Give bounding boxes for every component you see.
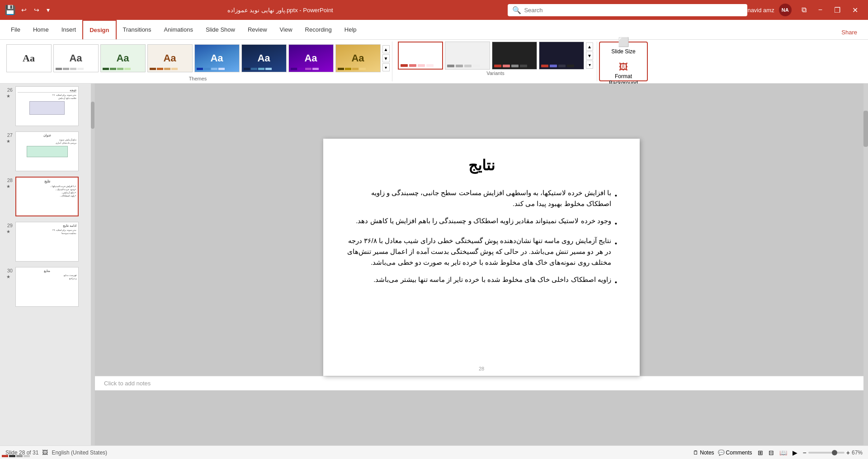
slide-img-26: نتیجه متن نمونه برای اسلاید ۲۶ خلاصه نتا… [15,86,79,126]
variants-scroll-expand[interactable]: ▾ [586,61,593,69]
slide-size-label: Slide Size [611,48,635,55]
zoom-slider-thumb [832,450,837,455]
zoom-slider[interactable] [808,452,844,454]
redo-button[interactable]: ↪ [31,5,42,14]
slide-img-30: منابع فهرست منابع و مراجع [15,267,79,307]
undo-button[interactable]: ↩ [19,5,29,14]
panel-scrollbar-thumb [91,102,94,129]
search-icon: 🔍 [512,6,521,14]
variants-group-label: Variants [486,70,505,76]
variant-1[interactable] [398,42,443,70]
customize-qat-button[interactable]: ▾ [44,5,52,14]
tab-insert[interactable]: Insert [55,20,83,39]
tab-recording[interactable]: Recording [299,20,338,39]
tab-animations[interactable]: Animations [158,20,199,39]
tab-design[interactable]: Design [82,20,116,39]
zoom-out-button[interactable]: − [803,449,807,456]
search-box[interactable]: 🔍 [508,4,747,16]
bullet-1: • با افزایش خرده لاستیکها، به واسطهی افز… [346,187,617,209]
slide-size-button[interactable]: ⬜ Slide Size [604,34,643,57]
variant-4[interactable] [539,42,584,70]
ribbon-tab-bar: File Home Insert Design Transitions Anim… [0,20,868,40]
search-input[interactable] [524,7,743,14]
theme-item-7[interactable]: Aa [288,44,334,72]
comments-icon: 💬 [718,450,725,456]
bullet-4: • زاویه اصطکاک داخلی خاک های مخلوط شده ب… [346,274,617,288]
normal-view-button[interactable]: ⊞ [756,448,765,457]
themes-scroll-up[interactable]: ▲ [382,45,390,53]
slide-thumbnail-28[interactable]: 28 ★ نتایج • با افزایش خرده لاستیکها... … [0,174,94,219]
theme-item-2[interactable]: Aa [53,44,99,72]
theme-item-5[interactable]: Aa [194,44,240,72]
theme-item-1[interactable]: Aa [6,44,52,72]
share-button[interactable]: Share [835,25,863,39]
slideshow-button[interactable]: ▶ [791,448,799,457]
slide-thumbnail-29[interactable]: 29 ★ ادامه نتایج متن نمونه برای اسلاید ۲… [0,219,94,264]
variants-group: ▲ ▼ ▾ Variants [394,42,597,81]
main-area: 26 ★ نتیجه متن نمونه برای اسلاید ۲۶ خلاص… [0,84,868,445]
variant-2[interactable] [445,42,490,70]
themes-group-label: Themes [189,76,207,81]
variant-3[interactable] [492,42,537,70]
slide-sorter-button[interactable]: ⊟ [767,448,776,457]
customize-buttons: ⬜ Slide Size 🖼 FormatBackground [604,34,643,89]
comments-label: Comments [726,450,752,456]
user-name: navid amz [747,7,774,14]
maximize-button[interactable]: ❐ [829,4,846,16]
themes-scroll-buttons: ▲ ▼ ▾ [382,45,390,71]
comments-button[interactable]: 💬 Comments [718,450,752,456]
titlebar-left: 💾 ↩ ↪ ▾ [5,5,52,15]
canvas-area[interactable]: نتایج • با افزایش خرده لاستیکها، به واسط… [95,84,868,445]
canvas-scrollbar[interactable] [863,84,868,445]
slide-panel: 26 ★ نتیجه متن نمونه برای اسلاید ۲۶ خلاص… [0,84,95,445]
bullet-text-3: نتایج آزمایش روی ماسه تنها نشان‌دهنده پو… [346,235,611,268]
theme-item-6[interactable]: Aa [241,44,287,72]
powerpoint-icon: 💾 [5,5,16,15]
tab-view[interactable]: View [274,20,299,39]
theme-item-8[interactable]: Aa [335,44,381,72]
bullet-text-2: وجود خرده لاستیک نمیتواند مقادیر زاویه ا… [356,215,611,226]
statusbar-right: 🗒 Notes 💬 Comments ⊞ ⊟ 📖 ▶ − + 67% [693,448,863,457]
slide-thumbnail-27[interactable]: 27 ★ عنوان نتایج آزمایش نمونه بررسی داده… [0,129,94,174]
theme-item-3[interactable]: Aa [100,44,146,72]
window-title: پاور نهایی نوید عموزاده.pptx - PowerPoin… [52,7,508,14]
title-bar: 💾 ↩ ↪ ▾ پاور نهایی نوید عموزاده.pptx - P… [0,0,868,20]
bullet-dot-2: • [615,218,617,229]
close-button[interactable]: ✕ [847,4,863,16]
restore-down-button[interactable]: ⧉ [796,4,812,16]
variants-scroll-up[interactable]: ▲ [586,42,593,51]
reading-view-button[interactable]: 📖 [778,448,789,457]
tab-file[interactable]: File [5,20,27,39]
bullet-2: • وجود خرده لاستیک نمیتواند مقادیر زاویه… [346,215,617,229]
slide-canvas[interactable]: نتایج • با افزایش خرده لاستیکها، به واسط… [323,139,640,376]
variants-items: ▲ ▼ ▾ [398,42,593,70]
variants-scroll-buttons: ▲ ▼ ▾ [586,42,593,69]
notes-icon: 🗒 [693,450,698,456]
tab-help[interactable]: Help [338,20,363,39]
zoom-in-button[interactable]: + [846,449,850,456]
slide-thumbnail-26[interactable]: 26 ★ نتیجه متن نمونه برای اسلاید ۲۶ خلاص… [0,84,94,129]
slide-img-27: عنوان نتایج آزمایش نمونه بررسی داده‌های … [15,131,79,171]
slide-img-28: نتایج • با افزایش خرده لاستیکها... • وجو… [15,177,79,216]
bullet-dot-4: • [615,277,617,288]
notes-area[interactable]: Click to add notes [95,376,868,390]
tab-home[interactable]: Home [27,20,55,39]
tab-slideshow[interactable]: Slide Show [199,20,241,39]
notes-button[interactable]: 🗒 Notes [693,450,714,456]
panel-scrollbar[interactable] [91,84,94,445]
themes-scroll-down[interactable]: ▼ [382,54,390,62]
slide-thumbnail-30[interactable]: 30 ★ منابع فهرست منابع و مراجع [0,264,94,309]
variants-scroll-down[interactable]: ▼ [586,52,593,60]
window-controls: ⧉ − ❐ ✕ [796,4,863,16]
theme-item-4[interactable]: Aa [147,44,193,72]
user-avatar[interactable]: NA [779,4,792,16]
themes-scroll-expand[interactable]: ▾ [382,63,390,71]
canvas-scrollbar-thumb [863,111,868,147]
slide-bullets: • با افزایش خرده لاستیکها، به واسطهی افز… [346,187,617,288]
bullet-dot-3: • [615,238,617,249]
tab-transitions[interactable]: Transitions [117,20,158,39]
zoom-percent: 67% [852,450,863,456]
notes-label: Notes [700,450,714,456]
minimize-button[interactable]: − [813,4,828,16]
tab-review[interactable]: Review [241,20,274,39]
